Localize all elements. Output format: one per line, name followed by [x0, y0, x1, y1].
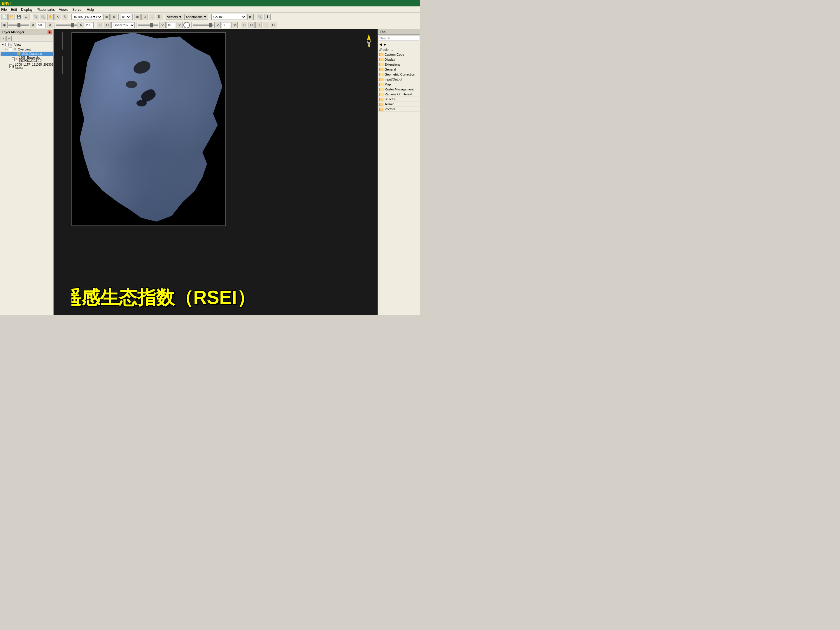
folder-terrain[interactable]: Terrain [378, 102, 420, 107]
folder-label-terrain: Terrain [385, 102, 395, 106]
opacity-input[interactable]: 0 [222, 22, 231, 28]
zoom-select[interactable]: 16.8% (1:6.0 ▼) [71, 14, 102, 20]
layer-up-btn[interactable]: ▲ [1, 36, 6, 41]
tree-item-layer2[interactable]: ✓ ⊡ 1308_Erase.shp [REPROJECTED] [1, 56, 53, 63]
refresh-btn2[interactable]: ↻ [176, 22, 183, 28]
toolbar1: 📄 📂 💾 🖨 🔍 🔍 ✋ ↖ ↻ 16.8% (1:6.0 ▼) ⊞ ⊠ 0°… [0, 13, 420, 21]
toolbar2-btn2[interactable]: ⊡ [248, 22, 254, 28]
opacity-slider[interactable] [193, 24, 213, 26]
info-btn[interactable]: ℹ [264, 14, 271, 20]
new-btn[interactable]: 📄 [1, 14, 8, 20]
pan-btn[interactable]: ✋ [47, 14, 54, 20]
gamma-input[interactable]: 10 [166, 22, 175, 28]
stretch-btn2[interactable]: ⊟ [104, 22, 111, 28]
save-btn[interactable]: 💾 [16, 14, 22, 20]
contrast-input[interactable]: 20 [85, 22, 93, 28]
layer-toggle[interactable]: ◉ [1, 22, 8, 28]
layer-down-btn[interactable]: ▼ [6, 36, 12, 41]
zoom-extent-btn[interactable]: ⊠ [111, 14, 117, 20]
vectors-dropdown[interactable]: Vectors ▼ [166, 14, 183, 20]
layer-panel-close[interactable]: ▶ [47, 30, 52, 34]
folder-label-map: Map [385, 82, 391, 86]
open-btn[interactable]: 📂 [8, 14, 15, 20]
menu-edit[interactable]: Edit [11, 8, 17, 12]
folder-label-display: Display [385, 58, 395, 61]
extra1[interactable]: ⊞ [134, 14, 141, 20]
folder-icon-spectral [379, 98, 384, 101]
overlay-title: 遥感生态指数（RSEI） [63, 287, 256, 308]
reset-btn3[interactable]: ↺ [159, 22, 166, 28]
tree-item-layer3[interactable]: ✓ R LC08_L1TP_131035_20130808_20170503_0… [1, 63, 53, 70]
menu-server[interactable]: Server [72, 8, 82, 12]
select-btn[interactable]: ↖ [55, 14, 61, 20]
folder-label-extensions: Extensions [385, 63, 400, 66]
tree-item-layer1[interactable]: ✓ R 1308_Erase.dat [1, 52, 53, 56]
brightness-slider[interactable] [8, 24, 29, 26]
menu-display[interactable]: Display [21, 8, 32, 12]
folder-geometric[interactable]: Geometric Correction [378, 72, 420, 77]
reset-btn2[interactable]: ↻ [77, 22, 84, 28]
right-panel-toolbar-btn1[interactable]: ◀ [379, 43, 382, 46]
layer-label-3: LC08_L1TP_131035_20130808_20170503_01_T1… [15, 63, 54, 70]
zoom-full-btn[interactable]: ⊞ [103, 14, 110, 20]
title-bar: ENVI [0, 0, 420, 6]
layer-label-overview: Overview [18, 47, 31, 51]
toolbar2-btn3[interactable]: ⊟ [256, 22, 262, 28]
checkbox-layer3[interactable]: ✓ [9, 65, 12, 68]
stretch-select[interactable]: Linear 2% [111, 22, 135, 28]
toolbar2-btn4[interactable]: ⊞ [263, 22, 269, 28]
checkbox-overview[interactable] [9, 47, 12, 51]
checkbox-layer1[interactable]: ✓ [13, 52, 16, 55]
checkbox-layer2[interactable]: ✓ [12, 57, 14, 61]
menu-help[interactable]: Help [87, 8, 94, 12]
extra4[interactable]: 🗄 [156, 14, 163, 20]
reset-btn1[interactable]: ↺ [30, 22, 36, 28]
menu-placemarks[interactable]: Placemarks [36, 8, 55, 12]
toolbar2-btn5[interactable]: ⊡ [270, 22, 276, 28]
folder-spectral[interactable]: Spectral [378, 97, 420, 102]
search-btn[interactable]: 🔍 [257, 14, 263, 20]
gamma-slider[interactable] [138, 24, 158, 26]
folder-general[interactable]: General [378, 67, 420, 72]
reset-btn4[interactable]: ↺ [214, 22, 221, 28]
folder-roi[interactable]: Regions Of Interest [378, 92, 420, 97]
tree-item-overview[interactable]: ▷ ⊟ Overview [1, 47, 53, 52]
print-btn[interactable]: 🖨 [23, 14, 30, 20]
folder-display[interactable]: Display [378, 57, 420, 62]
zoom-in-btn[interactable]: 🔍 [33, 14, 39, 20]
extra2[interactable]: ⊡ [141, 14, 148, 20]
map-shape [72, 33, 226, 225]
region-label: /Region... [378, 47, 420, 52]
extra3[interactable]: ↔ [149, 14, 155, 20]
folder-label-io: Input/Output [385, 78, 403, 81]
folder-vectors[interactable]: Vectors [378, 107, 420, 112]
toolbar2: ◉ ↺ 50 ↺ ↻ 20 ⊞ ⊟ Linear 2% ↺ 10 ↻ ↺ 0 ↻… [0, 21, 420, 29]
zoom-out-btn[interactable]: 🔍 [40, 14, 46, 20]
brightness-input[interactable]: 50 [37, 22, 46, 28]
folder-extensions[interactable]: Extensions [378, 62, 420, 67]
svg-text:N: N [368, 44, 370, 47]
refresh-btn[interactable]: ↺ [47, 22, 53, 28]
tree-item-view[interactable]: ▼ ⊞ View [1, 42, 53, 47]
refresh-btn3[interactable]: ↻ [231, 22, 238, 28]
region-link[interactable]: ◀ ▶ [378, 42, 420, 47]
tool-search-input[interactable] [379, 36, 419, 41]
toolbar2-btn1[interactable]: ⊞ [241, 22, 247, 28]
annotations-dropdown[interactable]: Annotations ▼ [184, 14, 208, 20]
folder-custom-code[interactable]: Custom Code [378, 52, 420, 57]
rotation-select[interactable]: 0° [120, 14, 131, 20]
goto-select[interactable]: Go To [212, 14, 246, 20]
map-viewport[interactable]: 遥感生态指数（RSEI） 1.影像预处理＋水体掩膜 N [54, 29, 377, 315]
folder-io[interactable]: Input/Output [378, 77, 420, 82]
folder-raster[interactable]: Raster Management [378, 87, 420, 92]
goto-btn[interactable]: ▶ [247, 14, 254, 20]
rotate-btn[interactable]: ↻ [62, 14, 68, 20]
right-panel-toolbar-btn2[interactable]: ▶ [384, 43, 386, 46]
menu-file[interactable]: File [1, 8, 7, 12]
menu-views[interactable]: Views [59, 8, 68, 12]
stretch-btn1[interactable]: ⊞ [97, 22, 103, 28]
checkbox-view[interactable] [5, 43, 9, 46]
folder-map[interactable]: Map [378, 82, 420, 87]
svg-marker-0 [367, 34, 371, 41]
contrast-slider[interactable] [56, 24, 77, 26]
